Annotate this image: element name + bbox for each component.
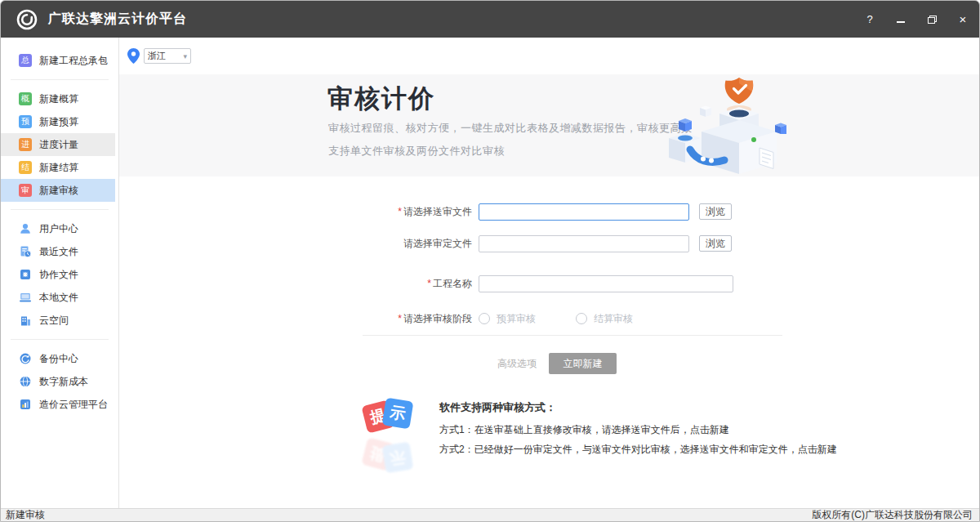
sidebar-item-label: 新建预算	[39, 115, 78, 129]
required-star: *	[427, 278, 431, 289]
statusbar-left: 新建审核	[6, 508, 45, 522]
form-divider	[363, 335, 782, 336]
browse-approved-file-button[interactable]: 浏览	[699, 235, 732, 252]
sidebar-divider	[11, 209, 109, 210]
sidebar-item-cloud-space[interactable]: 云空间	[1, 309, 115, 332]
sidebar-item-label: 数字新成本	[39, 375, 88, 389]
tip-icon: 提 示 提 示	[363, 395, 420, 458]
collab-files-icon	[19, 268, 32, 281]
tip-char-blue: 示	[382, 398, 414, 430]
sidebar-item-label: 最近文件	[39, 245, 78, 259]
statusbar: 新建审核 版权所有(C)广联达科技股份有限公司	[1, 508, 979, 521]
sidebar-item-settlement[interactable]: 结新建结算	[1, 156, 115, 179]
send-file-input[interactable]	[479, 203, 689, 221]
budget-icon: 预	[19, 115, 32, 128]
field-label: *请选择送审文件	[119, 205, 479, 219]
project-name-input[interactable]	[479, 275, 733, 292]
sidebar-item-cloud-platform[interactable]: 造价云管理平台	[1, 393, 115, 416]
user-icon	[19, 222, 32, 235]
sidebar-item-recent-files[interactable]: 最近文件	[1, 240, 115, 263]
app-title: 广联达擎洲云计价平台	[48, 11, 187, 28]
cloud-space-icon	[19, 314, 32, 327]
sidebar-item-label: 新建审核	[39, 184, 78, 198]
banner-description-2: 支持单文件审核及两份文件对比审核	[328, 144, 505, 158]
estimate-icon: 概	[19, 92, 32, 105]
local-files-icon	[19, 291, 32, 304]
location-pin-icon	[127, 48, 140, 64]
form-row-audit-stage: *请选择审核阶段 预算审核 结算审核	[119, 310, 979, 328]
sidebar-item-label: 新建概算	[39, 92, 78, 106]
glodon-logo-icon	[16, 8, 38, 31]
region-select-value: 浙江	[148, 50, 166, 62]
close-icon[interactable]: ×	[956, 13, 969, 26]
tip-line-1: 方式1：在送审基础上直接修改审核，请选择送审文件后，点击新建	[439, 423, 729, 437]
digital-cost-icon	[19, 375, 32, 388]
sidebar-item-label: 造价云管理平台	[39, 398, 108, 412]
sidebar: 总新建工程总承包概新建概算预新建预算进进度计量结新建结算审新建审核用户中心最近文…	[1, 38, 119, 508]
audit-illustration	[654, 74, 795, 177]
banner-description-1: 审核过程留痕、核对方便，一键生成对比表格及增减数据报告，审核更高效	[328, 121, 693, 136]
browse-send-file-button[interactable]: 浏览	[699, 203, 732, 220]
field-label: 请选择审定文件	[119, 237, 479, 251]
tip-line-2: 方式2：已经做好一份审定文件，与送审文件对比审核，选择送审文件和审定文件，点击新…	[439, 443, 837, 457]
main-area: 浙江 ▾ 审核计价 审核过程留痕、核对方便，一键生成对比表格及增减数据报告，审核…	[119, 38, 979, 508]
form-row-project-name: *工程名称	[119, 274, 979, 292]
region-select[interactable]: 浙江 ▾	[144, 48, 191, 64]
create-now-button[interactable]: 立即新建	[549, 353, 617, 374]
backup-center-icon	[19, 352, 32, 365]
sidebar-item-label: 备份中心	[39, 352, 78, 366]
radio-budget-audit[interactable]: 预算审核	[479, 312, 536, 326]
sidebar-item-label: 进度计量	[39, 138, 78, 152]
recent-files-icon	[19, 245, 32, 258]
form-row-send-file: *请选择送审文件 浏览	[119, 203, 979, 221]
restore-icon[interactable]	[925, 13, 938, 26]
field-label: *工程名称	[119, 277, 479, 291]
sidebar-item-user[interactable]: 用户中心	[1, 217, 115, 240]
settlement-icon: 结	[19, 161, 32, 174]
sidebar-item-label: 用户中心	[39, 222, 78, 236]
region-toolbar: 浙江 ▾	[119, 38, 979, 74]
approved-file-input[interactable]	[479, 235, 689, 252]
cloud-platform-icon	[19, 398, 32, 411]
sidebar-item-label: 协作文件	[39, 268, 78, 282]
sidebar-item-budget[interactable]: 预新建预算	[1, 110, 115, 133]
sidebar-item-progress[interactable]: 进进度计量	[1, 133, 115, 156]
tip-heading: 软件支持两种审核方式：	[439, 400, 556, 415]
sidebar-item-collab-files[interactable]: 协作文件	[1, 263, 115, 286]
sidebar-item-backup-center[interactable]: 备份中心	[1, 347, 115, 370]
radio-label: 结算审核	[594, 312, 633, 326]
sidebar-item-estimate[interactable]: 概新建概算	[1, 87, 115, 110]
sidebar-item-general-contract[interactable]: 总新建工程总承包	[1, 49, 115, 72]
radio-circle-icon	[576, 313, 587, 324]
sidebar-divider	[11, 339, 109, 340]
radio-label: 预算审核	[497, 312, 536, 326]
minimize-icon[interactable]	[894, 13, 907, 26]
tip-icon-reflection: 提 示	[363, 434, 420, 458]
titlebar: 广联达擎洲云计价平台 ? ×	[1, 1, 979, 38]
field-label: *请选择审核阶段	[119, 312, 479, 326]
sidebar-item-label: 新建结算	[39, 161, 78, 175]
sidebar-item-local-files[interactable]: 本地文件	[1, 286, 115, 309]
app-window: 广联达擎洲云计价平台 ? × 总新建工程总承包概新建概算预新建预算进进度计量结新…	[0, 0, 980, 522]
audit-icon: 审	[19, 184, 32, 197]
banner: 审核计价 审核过程留痕、核对方便，一键生成对比表格及增减数据报告，审核更高效 支…	[119, 74, 979, 176]
sidebar-item-label: 本地文件	[39, 291, 78, 305]
sidebar-item-label: 新建工程总承包	[39, 54, 108, 68]
general-contract-icon: 总	[19, 54, 32, 67]
required-star: *	[398, 206, 402, 217]
sidebar-divider	[11, 79, 109, 80]
advanced-options-link[interactable]: 高级选项	[497, 357, 537, 371]
help-icon[interactable]: ?	[863, 13, 876, 26]
form-row-approved-file: 请选择审定文件 浏览	[119, 234, 979, 252]
radio-circle-icon	[479, 313, 490, 324]
chevron-down-icon: ▾	[183, 52, 187, 60]
sidebar-item-audit[interactable]: 审新建审核	[1, 179, 115, 202]
required-star: *	[398, 313, 402, 324]
statusbar-copyright: 版权所有(C)广联达科技股份有限公司	[812, 508, 973, 522]
radio-settlement-audit[interactable]: 结算审核	[576, 312, 633, 326]
progress-icon: 进	[19, 138, 32, 151]
sidebar-item-digital-cost[interactable]: 数字新成本	[1, 370, 115, 393]
page-title: 审核计价	[327, 82, 435, 116]
sidebar-item-label: 云空间	[39, 314, 69, 328]
